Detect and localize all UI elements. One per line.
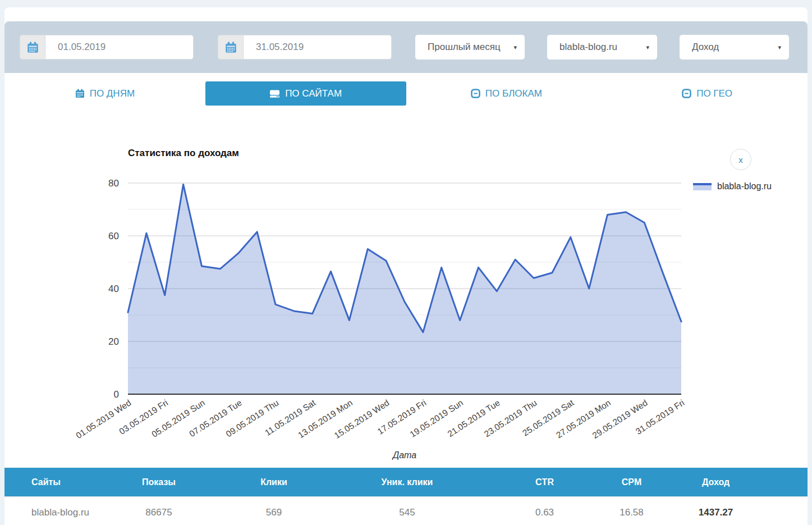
svg-text:40: 40 [108, 284, 119, 294]
table-row: blabla-blog.ru 86675 569 545 0.63 16.58 … [4, 497, 808, 525]
date-to-input[interactable] [244, 35, 391, 59]
col-header-uniq-clicks: Уник. клики [330, 468, 484, 497]
cell-site: blabla-blog.ru [4, 497, 100, 525]
tab-by-sites[interactable]: ПО САЙТАМ [205, 81, 406, 106]
calendar-icon[interactable] [20, 35, 45, 59]
table-header-row: Сайты Показы Клики Уник. клики CTR CPM Д… [4, 468, 808, 497]
date-from-group [20, 35, 194, 60]
cell-revenue: 1437.27 [658, 497, 773, 525]
revenue-area-chart: 02040608001.05.2019 Wed03.05.2019 Fri05.… [4, 114, 808, 468]
col-header-sites: Сайты [4, 468, 100, 497]
calendar-icon[interactable] [218, 35, 244, 59]
metric-select[interactable]: Доход ▾ [680, 35, 789, 60]
tab-by-days[interactable]: ПО ДНЯМ [4, 81, 205, 106]
cell-filler [773, 497, 808, 525]
svg-text:Дата: Дата [392, 450, 416, 460]
tab-label: ПО ГЕО [696, 88, 732, 99]
tab-label: ПО ДНЯМ [90, 88, 135, 99]
col-header-ctr: CTR [484, 468, 605, 497]
tab-by-blocks[interactable]: ПО БЛОКАМ [406, 81, 607, 106]
svg-text:20: 20 [108, 336, 119, 347]
date-from-input[interactable] [45, 35, 193, 59]
tab-label: ПО САЙТАМ [285, 88, 342, 99]
cell-clicks: 569 [218, 497, 330, 525]
calendar-icon [75, 89, 85, 98]
tab-by-geo[interactable]: ПО ГЕО [607, 81, 808, 106]
period-select-value: Прошлый месяц [428, 42, 509, 53]
main-card: Прошлый месяц ▾ blabla-blog.ru ▾ Доход ▾… [4, 7, 808, 525]
sites-icon [269, 89, 280, 98]
chevron-down-icon: ▾ [513, 44, 517, 51]
col-header-cpm: CPM [605, 468, 658, 497]
chart-section: Статистика по доходам x blabla-blog.ru 0… [4, 114, 808, 468]
site-select-value: blabla-blog.ru [559, 42, 641, 53]
col-header-filler [773, 468, 808, 497]
cell-cpm: 16.58 [605, 497, 658, 525]
col-header-revenue: Доход [658, 468, 773, 497]
date-to-group [218, 35, 392, 60]
stats-table: Сайты Показы Клики Уник. клики CTR CPM Д… [4, 468, 808, 525]
col-header-impressions: Показы [100, 468, 218, 497]
chevron-down-icon: ▾ [646, 44, 649, 51]
cell-ctr: 0.63 [484, 497, 605, 525]
metric-select-value: Доход [692, 42, 773, 53]
svg-text:80: 80 [108, 178, 119, 189]
svg-text:0: 0 [114, 389, 119, 400]
chevron-down-icon: ▾ [778, 44, 781, 51]
col-header-clicks: Клики [218, 468, 330, 497]
tab-bar: ПО ДНЯМ ПО САЙТАМ ПО БЛОКАМ ПО ГЕО [4, 81, 808, 106]
geo-icon [682, 89, 691, 98]
cell-uniq-clicks: 545 [330, 497, 484, 525]
period-select[interactable]: Прошлый месяц ▾ [415, 35, 525, 60]
site-select[interactable]: blabla-blog.ru ▾ [547, 35, 657, 60]
filters-toolbar: Прошлый месяц ▾ blabla-blog.ru ▾ Доход ▾ [4, 21, 808, 73]
tab-label: ПО БЛОКАМ [485, 88, 542, 99]
cell-impressions: 86675 [100, 497, 218, 525]
svg-text:60: 60 [108, 231, 119, 241]
blocks-icon [471, 89, 480, 98]
